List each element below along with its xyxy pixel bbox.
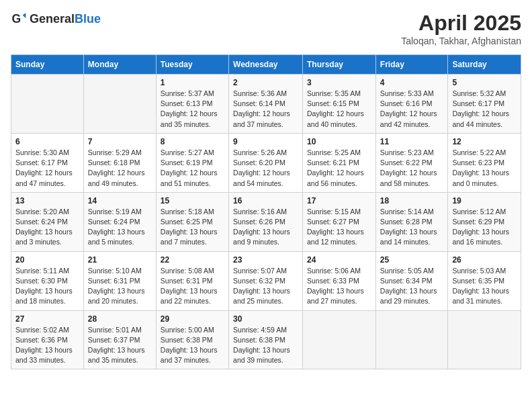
calendar-day-cell	[303, 310, 376, 369]
day-number: 11	[380, 137, 444, 146]
day-number: 15	[161, 196, 224, 205]
day-number: 8	[161, 137, 224, 146]
svg-marker-1	[23, 13, 26, 18]
day-info: Sunrise: 5:30 AM Sunset: 6:17 PM Dayligh…	[15, 148, 79, 189]
calendar-day-cell: 3Sunrise: 5:35 AM Sunset: 6:15 PM Daylig…	[303, 75, 376, 134]
day-info: Sunrise: 5:23 AM Sunset: 6:22 PM Dayligh…	[380, 148, 444, 189]
day-number: 3	[307, 78, 371, 87]
calendar-day-cell: 8Sunrise: 5:27 AM Sunset: 6:19 PM Daylig…	[156, 133, 228, 192]
day-info: Sunrise: 5:01 AM Sunset: 6:37 PM Dayligh…	[88, 325, 152, 366]
calendar-day-cell: 15Sunrise: 5:18 AM Sunset: 6:25 PM Dayli…	[156, 192, 228, 251]
day-info: Sunrise: 5:22 AM Sunset: 6:23 PM Dayligh…	[452, 148, 517, 189]
weekday-header-cell: Saturday	[448, 55, 521, 75]
calendar-day-cell: 4Sunrise: 5:33 AM Sunset: 6:16 PM Daylig…	[375, 75, 448, 134]
day-info: Sunrise: 5:37 AM Sunset: 6:13 PM Dayligh…	[161, 89, 224, 130]
calendar-day-cell	[11, 75, 84, 134]
calendar-day-cell: 21Sunrise: 5:10 AM Sunset: 6:31 PM Dayli…	[83, 251, 156, 310]
day-info: Sunrise: 5:25 AM Sunset: 6:21 PM Dayligh…	[307, 148, 371, 189]
title-section: April 2025 Taloqan, Takhar, Afghanistan	[401, 11, 521, 46]
calendar-day-cell	[448, 310, 521, 369]
day-info: Sunrise: 5:19 AM Sunset: 6:24 PM Dayligh…	[88, 207, 152, 248]
calendar-day-cell: 20Sunrise: 5:11 AM Sunset: 6:30 PM Dayli…	[11, 251, 84, 310]
day-info: Sunrise: 5:05 AM Sunset: 6:34 PM Dayligh…	[380, 266, 444, 307]
day-number: 20	[15, 255, 79, 265]
calendar-day-cell: 11Sunrise: 5:23 AM Sunset: 6:22 PM Dayli…	[375, 133, 448, 192]
day-info: Sunrise: 5:29 AM Sunset: 6:18 PM Dayligh…	[88, 148, 152, 189]
day-number: 4	[380, 78, 444, 87]
calendar-day-cell: 12Sunrise: 5:22 AM Sunset: 6:23 PM Dayli…	[448, 133, 521, 192]
calendar-day-cell: 1Sunrise: 5:37 AM Sunset: 6:13 PM Daylig…	[156, 75, 228, 134]
calendar-day-cell: 27Sunrise: 5:02 AM Sunset: 6:36 PM Dayli…	[11, 310, 84, 369]
day-number: 13	[15, 196, 79, 205]
calendar-day-cell: 19Sunrise: 5:12 AM Sunset: 6:29 PM Dayli…	[448, 192, 521, 251]
svg-text:G: G	[12, 12, 21, 26]
day-info: Sunrise: 5:18 AM Sunset: 6:25 PM Dayligh…	[161, 207, 224, 248]
day-info: Sunrise: 5:26 AM Sunset: 6:20 PM Dayligh…	[233, 148, 298, 189]
calendar-day-cell: 25Sunrise: 5:05 AM Sunset: 6:34 PM Dayli…	[375, 251, 448, 310]
calendar-day-cell: 30Sunrise: 4:59 AM Sunset: 6:38 PM Dayli…	[229, 310, 303, 369]
day-number: 26	[452, 255, 517, 265]
calendar-body: 1Sunrise: 5:37 AM Sunset: 6:13 PM Daylig…	[11, 75, 521, 369]
day-number: 14	[88, 196, 152, 205]
day-number: 12	[452, 137, 517, 146]
calendar-day-cell: 17Sunrise: 5:15 AM Sunset: 6:27 PM Dayli…	[303, 192, 376, 251]
day-info: Sunrise: 5:27 AM Sunset: 6:19 PM Dayligh…	[161, 148, 224, 189]
day-info: Sunrise: 5:14 AM Sunset: 6:28 PM Dayligh…	[380, 207, 444, 248]
day-info: Sunrise: 5:11 AM Sunset: 6:30 PM Dayligh…	[15, 266, 79, 307]
calendar-week-row: 20Sunrise: 5:11 AM Sunset: 6:30 PM Dayli…	[11, 251, 521, 310]
day-number: 25	[380, 255, 444, 265]
day-number: 19	[452, 196, 517, 205]
day-number: 29	[161, 314, 224, 324]
day-number: 23	[233, 255, 298, 265]
day-info: Sunrise: 5:12 AM Sunset: 6:29 PM Dayligh…	[452, 207, 517, 248]
calendar-day-cell: 13Sunrise: 5:20 AM Sunset: 6:24 PM Dayli…	[11, 192, 84, 251]
weekday-header-cell: Tuesday	[156, 55, 228, 75]
page-header: G GeneralBlue April 2025 Taloqan, Takhar…	[11, 11, 521, 46]
day-number: 21	[88, 255, 152, 265]
calendar-day-cell	[375, 310, 448, 369]
calendar-day-cell: 28Sunrise: 5:01 AM Sunset: 6:37 PM Dayli…	[83, 310, 156, 369]
calendar-day-cell: 24Sunrise: 5:06 AM Sunset: 6:33 PM Dayli…	[303, 251, 376, 310]
day-number: 6	[15, 137, 79, 146]
day-number: 30	[233, 314, 298, 324]
day-info: Sunrise: 5:15 AM Sunset: 6:27 PM Dayligh…	[307, 207, 371, 248]
calendar-day-cell: 7Sunrise: 5:29 AM Sunset: 6:18 PM Daylig…	[83, 133, 156, 192]
day-number: 2	[233, 78, 298, 87]
day-info: Sunrise: 5:02 AM Sunset: 6:36 PM Dayligh…	[15, 325, 79, 366]
day-info: Sunrise: 5:10 AM Sunset: 6:31 PM Dayligh…	[88, 266, 152, 307]
calendar-day-cell: 16Sunrise: 5:16 AM Sunset: 6:26 PM Dayli…	[229, 192, 303, 251]
day-info: Sunrise: 5:08 AM Sunset: 6:31 PM Dayligh…	[161, 266, 224, 307]
calendar-day-cell: 5Sunrise: 5:32 AM Sunset: 6:17 PM Daylig…	[448, 75, 521, 134]
calendar-day-cell: 9Sunrise: 5:26 AM Sunset: 6:20 PM Daylig…	[229, 133, 303, 192]
logo-general-text: General	[30, 12, 75, 26]
day-info: Sunrise: 5:07 AM Sunset: 6:32 PM Dayligh…	[233, 266, 298, 307]
month-title: April 2025	[401, 11, 521, 36]
calendar-day-cell: 26Sunrise: 5:03 AM Sunset: 6:35 PM Dayli…	[448, 251, 521, 310]
day-number: 7	[88, 137, 152, 146]
location-subtitle: Taloqan, Takhar, Afghanistan	[401, 36, 521, 46]
calendar-day-cell: 2Sunrise: 5:36 AM Sunset: 6:14 PM Daylig…	[229, 75, 303, 134]
day-number: 10	[307, 137, 371, 146]
day-info: Sunrise: 5:36 AM Sunset: 6:14 PM Dayligh…	[233, 89, 298, 130]
calendar-week-row: 27Sunrise: 5:02 AM Sunset: 6:36 PM Dayli…	[11, 310, 521, 369]
day-number: 9	[233, 137, 298, 146]
day-number: 1	[161, 78, 224, 87]
day-info: Sunrise: 5:06 AM Sunset: 6:33 PM Dayligh…	[307, 266, 371, 307]
calendar-week-row: 1Sunrise: 5:37 AM Sunset: 6:13 PM Daylig…	[11, 75, 521, 134]
day-info: Sunrise: 4:59 AM Sunset: 6:38 PM Dayligh…	[233, 325, 298, 366]
calendar-day-cell: 29Sunrise: 5:00 AM Sunset: 6:38 PM Dayli…	[156, 310, 228, 369]
logo-blue-text: Blue	[75, 12, 101, 26]
weekday-header-cell: Friday	[375, 55, 448, 75]
day-number: 27	[15, 314, 79, 324]
day-number: 22	[161, 255, 224, 265]
calendar-week-row: 13Sunrise: 5:20 AM Sunset: 6:24 PM Dayli…	[11, 192, 521, 251]
weekday-header-cell: Sunday	[11, 55, 84, 75]
day-number: 5	[452, 78, 517, 87]
calendar-day-cell	[83, 75, 156, 134]
weekday-header-cell: Monday	[83, 55, 156, 75]
day-info: Sunrise: 5:00 AM Sunset: 6:38 PM Dayligh…	[161, 325, 224, 366]
day-info: Sunrise: 5:20 AM Sunset: 6:24 PM Dayligh…	[15, 207, 79, 248]
logo: G GeneralBlue	[11, 11, 101, 27]
calendar-day-cell: 18Sunrise: 5:14 AM Sunset: 6:28 PM Dayli…	[375, 192, 448, 251]
day-number: 28	[88, 314, 152, 324]
